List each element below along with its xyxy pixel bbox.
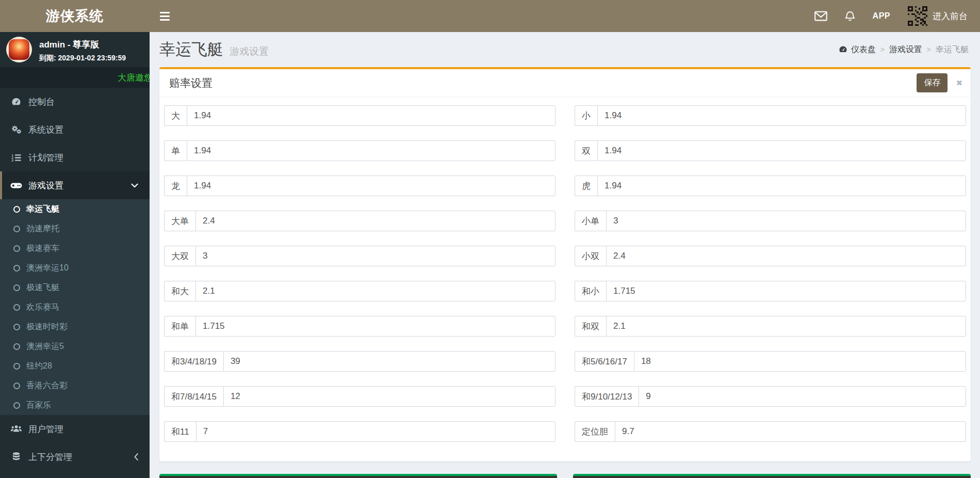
field-row: 单 [164, 140, 556, 161]
fields-column-left: 大 单 龙 大单 大双 和大 和单 和3/4/18/19 和7/8/14/15 … [164, 105, 556, 456]
field-input[interactable] [187, 176, 556, 196]
submenu-item[interactable]: 极速赛车 [0, 238, 150, 258]
collapse-icon[interactable]: ✖ [956, 79, 962, 87]
sidebar-item-game-settings[interactable]: 游戏设置 [0, 171, 150, 199]
expiry-date: 到期: 2029-01-02 23:59:59 [39, 54, 126, 63]
field-input[interactable] [597, 140, 966, 161]
field-row: 和单 [164, 316, 556, 337]
content-header: 幸运飞艇 游戏设置 仪表盘 > 游戏设置 > 幸运飞艇 [150, 32, 980, 67]
breadcrumb-item-game-settings[interactable]: 游戏设置 [889, 44, 922, 55]
field-input[interactable] [195, 316, 556, 337]
notifications-button[interactable] [836, 0, 864, 32]
circle-icon [13, 226, 20, 232]
breadcrumb-separator: > [880, 45, 885, 54]
circle-icon [13, 402, 20, 409]
page-subtitle: 游戏设置 [230, 45, 269, 58]
field-input[interactable] [223, 351, 556, 372]
user-panel: admin - 尊享版 到期: 2029-01-02 23:59:59 [0, 32, 150, 67]
field-input[interactable] [606, 281, 966, 301]
gears-icon [8, 124, 24, 135]
brand-logo: 游侠系统 [0, 0, 150, 32]
field-input[interactable] [606, 211, 966, 231]
main-content: 幸运飞艇 游戏设置 仪表盘 > 游戏设置 > 幸运飞艇 赔率设置 保存 [150, 32, 980, 478]
sidebar-item-console[interactable]: 控制台 [0, 88, 150, 116]
svg-text:3: 3 [11, 158, 13, 162]
submenu-item[interactable]: 幸运飞艇 [0, 199, 150, 219]
submenu-item-label: 极速赛车 [26, 243, 59, 254]
field-input[interactable] [639, 386, 966, 407]
submenu-item[interactable]: 百家乐 [0, 395, 150, 415]
field-input[interactable] [615, 421, 966, 442]
panel-body: 大 单 龙 大单 大双 和大 和单 和3/4/18/19 和7/8/14/15 … [159, 97, 971, 456]
qr-code-icon [908, 6, 927, 26]
circle-icon [13, 304, 20, 311]
field-input[interactable] [187, 105, 556, 126]
field-row: 和11 [164, 421, 556, 442]
field-row: 和7/8/14/15 [164, 386, 556, 407]
submenu-item[interactable]: 纽约28 [0, 356, 150, 376]
field-label: 和5/6/16/17 [575, 351, 634, 372]
enter-front-button[interactable]: 进入前台 [899, 0, 980, 32]
field-label: 和小 [575, 281, 606, 301]
submenu-item[interactable]: 香港六合彩 [0, 376, 150, 395]
app-root: 游侠系统 APP [0, 0, 980, 478]
database-icon [8, 452, 24, 462]
game-submenu: 幸运飞艇 劲速摩托 极速赛车 澳洲幸运10 极速飞艇 欢乐赛马 极速时时彩 澳洲… [0, 199, 150, 415]
top-navbar: 游侠系统 APP [0, 0, 980, 32]
submenu-item[interactable]: 极速飞艇 [0, 278, 150, 297]
announcement-marquee: 大唐邀您 [0, 67, 150, 88]
bell-icon [845, 10, 855, 22]
field-input[interactable] [195, 211, 556, 231]
sidebar-toggle-button[interactable] [150, 0, 179, 32]
list-ol-icon: 123 [8, 153, 24, 163]
bottom-panels [159, 474, 971, 478]
field-label: 小 [575, 105, 597, 126]
field-input[interactable] [223, 386, 556, 407]
username: admin - 尊享版 [39, 39, 126, 51]
field-row: 和3/4/18/19 [164, 351, 556, 372]
circle-icon [13, 245, 20, 252]
field-input[interactable] [195, 246, 556, 266]
envelope-icon [814, 11, 827, 21]
submenu-item[interactable]: 极速时时彩 [0, 317, 150, 337]
field-label: 和11 [164, 421, 196, 442]
field-input[interactable] [606, 316, 966, 337]
field-row: 和9/10/12/13 [575, 386, 966, 407]
submenu-item-label: 极速时时彩 [26, 322, 68, 332]
submenu-item-label: 澳洲幸运10 [26, 263, 69, 274]
field-label: 单 [164, 140, 187, 161]
field-label: 定位胆 [575, 421, 615, 442]
circle-icon [13, 284, 20, 291]
submenu-item-label: 劲速摩托 [26, 224, 59, 234]
field-input[interactable] [196, 421, 556, 442]
app-button[interactable]: APP [864, 0, 899, 32]
field-input[interactable] [187, 140, 556, 161]
field-input[interactable] [597, 176, 966, 196]
sidebar-item-plan-management[interactable]: 123 计划管理 [0, 144, 150, 171]
breadcrumb-separator: > [927, 45, 931, 54]
field-input[interactable] [606, 246, 966, 266]
field-input[interactable] [634, 351, 966, 372]
submenu-item[interactable]: 澳洲幸运10 [0, 258, 150, 278]
field-row: 定位胆 [575, 421, 966, 442]
field-input[interactable] [597, 105, 966, 126]
circle-icon [13, 206, 20, 213]
field-label: 双 [575, 140, 597, 161]
field-input[interactable] [195, 281, 556, 301]
submenu-item[interactable]: 劲速摩托 [0, 219, 150, 238]
circle-icon [13, 324, 20, 330]
sidebar-item-label: 计划管理 [28, 152, 63, 164]
breadcrumb: 仪表盘 > 游戏设置 > 幸运飞艇 [839, 44, 969, 55]
save-button[interactable]: 保存 [917, 73, 948, 92]
field-label: 大双 [164, 246, 195, 266]
sidebar-item-system-settings[interactable]: 系统设置 [0, 116, 150, 144]
sidebar-item-label: 控制台 [28, 96, 55, 108]
submenu-item-label: 幸运飞艇 [26, 204, 59, 215]
panel-title: 赔率设置 [169, 76, 213, 90]
breadcrumb-item-dashboard[interactable]: 仪表盘 [839, 44, 876, 55]
sidebar-item-user-management[interactable]: 用户管理 [0, 415, 150, 443]
submenu-item[interactable]: 澳洲幸运5 [0, 337, 150, 356]
sidebar-item-points-management[interactable]: 上下分管理 [0, 443, 150, 471]
messages-button[interactable] [806, 0, 836, 32]
submenu-item[interactable]: 欢乐赛马 [0, 297, 150, 317]
